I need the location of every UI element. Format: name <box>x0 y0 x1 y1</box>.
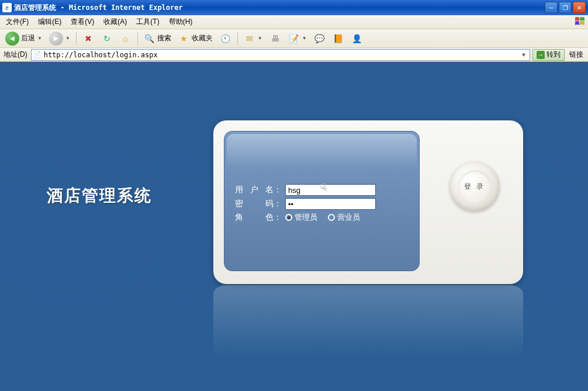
role-label: 角 色 <box>235 212 274 223</box>
window-controls: ─ ❐ ✕ <box>545 2 586 13</box>
window-titlebar: e 酒店管理系统 - Microsoft Internet Explorer ─… <box>0 0 588 15</box>
go-arrow-icon: → <box>537 51 545 59</box>
maximize-button[interactable]: ❐ <box>559 2 572 13</box>
address-input[interactable]: 📄 http://localhost/login.aspx ▼ <box>31 49 530 61</box>
username-input[interactable] <box>285 184 376 196</box>
search-label: 搜索 <box>157 33 171 43</box>
separator <box>237 32 238 45</box>
book-icon: 📙 <box>333 33 344 44</box>
login-button-label: 登 录 <box>458 170 491 203</box>
research-button[interactable]: 📙 <box>330 31 347 46</box>
colon: ： <box>274 212 282 223</box>
menu-view[interactable]: 查看(V) <box>66 15 99 29</box>
window-title: 酒店管理系统 - Microsoft Internet Explorer <box>14 3 545 13</box>
favorites-label: 收藏夹 <box>192 33 213 43</box>
close-button[interactable]: ✕ <box>573 2 586 13</box>
discuss-button[interactable]: 💬 <box>311 31 328 46</box>
home-button[interactable]: ⌂ <box>117 31 134 46</box>
history-icon: 🕙 <box>220 33 231 44</box>
minimize-button[interactable]: ─ <box>545 2 558 13</box>
role-sales-label: 营业员 <box>337 212 360 223</box>
role-admin-label: 管理员 <box>295 212 317 223</box>
back-button[interactable]: ◄ 后退 ▼ <box>2 31 45 46</box>
go-button[interactable]: → 转到 <box>532 49 565 61</box>
app-icon: e <box>2 3 12 12</box>
chevron-down-icon: ▼ <box>302 36 307 41</box>
url-text: http://localhost/login.aspx <box>44 51 519 59</box>
chevron-down-icon[interactable]: ▼ <box>519 52 528 58</box>
history-button[interactable]: 🕙 <box>217 31 234 46</box>
star-icon: ★ <box>178 33 190 44</box>
page-icon: 📄 <box>33 50 42 60</box>
system-title: 酒店管理系统 <box>47 185 152 207</box>
login-panel: 用户名 ： 密 码 ： 角 色 ： 管理员 营业员 <box>213 120 523 284</box>
forward-button[interactable]: ► ▼ <box>46 31 73 46</box>
back-label: 后退 <box>21 33 35 43</box>
search-button[interactable]: 🔍 搜索 <box>141 31 174 46</box>
menu-tools[interactable]: 工具(T) <box>132 15 164 29</box>
password-label: 密 码 <box>235 199 274 209</box>
search-icon: 🔍 <box>144 33 155 44</box>
colon: ： <box>274 199 282 209</box>
back-icon: ◄ <box>5 32 19 46</box>
password-row: 密 码 ： <box>235 198 409 210</box>
messenger-icon: 👤 <box>351 33 363 44</box>
role-row: 角 色 ： 管理员 营业员 <box>235 212 409 223</box>
print-button[interactable]: 🖶 <box>267 31 284 46</box>
refresh-button[interactable]: ↻ <box>98 31 116 46</box>
messenger-button[interactable]: 👤 <box>348 31 366 46</box>
panel-reflection <box>213 285 523 359</box>
colon: ： <box>274 185 282 195</box>
windows-logo-icon <box>575 16 586 27</box>
toolbar: ◄ 后退 ▼ ► ▼ ✖ ↻ ⌂ 🔍 搜索 ★ 收藏夹 🕙 ✉▼ 🖶 📝▼ 💬 … <box>0 29 588 48</box>
radio-icon <box>328 214 335 221</box>
menu-bar: 文件(F) 编辑(E) 查看(V) 收藏(A) 工具(T) 帮助(H) <box>0 15 588 29</box>
refresh-icon: ↻ <box>101 33 113 44</box>
menu-favorites[interactable]: 收藏(A) <box>99 15 132 29</box>
role-sales-radio[interactable]: 营业员 <box>328 212 360 223</box>
links-label[interactable]: 链接 <box>567 50 586 60</box>
separator <box>137 32 138 45</box>
login-form: 用户名 ： 密 码 ： 角 色 ： 管理员 营业员 <box>224 131 420 271</box>
go-label: 转到 <box>547 50 561 60</box>
separator <box>76 32 77 45</box>
username-label: 用户名 <box>235 185 274 195</box>
edit-button[interactable]: 📝▼ <box>285 31 310 46</box>
page-content: 酒店管理系统 用户名 ： 密 码 ： 角 色 ： 管理员 <box>0 62 588 391</box>
stop-icon: ✖ <box>82 33 94 44</box>
username-row: 用户名 ： <box>235 184 409 196</box>
radio-icon <box>285 214 292 221</box>
mail-icon: ✉ <box>244 33 255 44</box>
chevron-down-icon: ▼ <box>37 36 42 41</box>
home-icon: ⌂ <box>120 33 132 44</box>
mail-button[interactable]: ✉▼ <box>241 31 265 46</box>
menu-help[interactable]: 帮助(H) <box>164 15 198 29</box>
login-button[interactable]: 登 录 <box>449 161 500 212</box>
chevron-down-icon: ▼ <box>258 36 262 41</box>
address-label: 地址(D) <box>2 50 29 60</box>
forward-icon: ► <box>49 32 63 46</box>
print-icon: 🖶 <box>269 33 281 44</box>
role-admin-radio[interactable]: 管理员 <box>285 212 317 223</box>
discuss-icon: 💬 <box>314 33 326 44</box>
favorites-button[interactable]: ★ 收藏夹 <box>175 31 216 46</box>
edit-icon: 📝 <box>288 33 300 44</box>
password-input[interactable] <box>285 198 376 210</box>
chevron-down-icon: ▼ <box>65 36 70 41</box>
stop-button[interactable]: ✖ <box>79 31 97 46</box>
address-bar: 地址(D) 📄 http://localhost/login.aspx ▼ → … <box>0 48 588 62</box>
menu-file[interactable]: 文件(F) <box>1 15 33 29</box>
menu-edit[interactable]: 编辑(E) <box>33 15 66 29</box>
